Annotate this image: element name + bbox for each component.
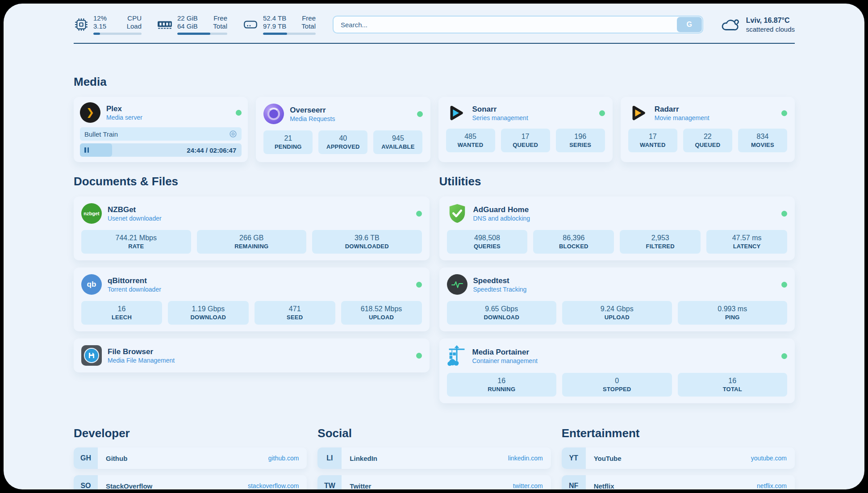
now-playing-title: Bullet Train — [84, 130, 118, 138]
card-nzbget[interactable]: nzbget NZBGet Usenet downloader 744.21 M… — [74, 196, 430, 260]
stat-tile: 21 PENDING — [263, 130, 313, 154]
card-portainer[interactable]: Media Portainer Container management 16 … — [439, 338, 795, 403]
app-desc: Usenet downloader — [108, 214, 162, 222]
bookmark-netflix[interactable]: NF Netflix netflix.com — [562, 475, 795, 489]
stat-value: 39.6 TB — [315, 234, 419, 242]
now-playing-row: Bullet Train — [80, 127, 242, 141]
dashboard-panel: 12% 3.15 CPU Load — [4, 4, 864, 489]
stat-tile: 86,396 BLOCKED — [533, 230, 614, 254]
card-adguard[interactable]: AdGuard Home DNS and adblocking 498,508 … — [439, 196, 795, 260]
stat-value: 16 — [450, 376, 554, 385]
app-name: Sonarr — [472, 104, 528, 114]
cpu-percent: 12% — [93, 14, 107, 22]
stat-value: 22 — [686, 132, 730, 141]
cpu-progress-track — [93, 33, 142, 35]
app-name: qBittorrent — [108, 276, 161, 285]
status-dot — [781, 282, 787, 288]
stat-label: DOWNLOADED — [315, 242, 419, 250]
stat-tile: 618.52 Mbps UPLOAD — [341, 301, 422, 325]
bookmark-url: netflix.com — [757, 482, 795, 489]
stat-tile: 40 APPROVED — [318, 130, 367, 154]
app-name: NZBGet — [108, 205, 162, 214]
stat-value: 485 — [449, 132, 492, 141]
radarr-icon — [628, 104, 649, 122]
stat-value: 21 — [266, 134, 310, 143]
app-desc: Media File Management — [108, 356, 175, 364]
stat-label: STOPPED — [565, 385, 669, 393]
section-title-media: Media — [74, 75, 795, 89]
card-filebrowser[interactable]: File Browser Media File Management — [74, 338, 430, 372]
card-radarr[interactable]: Radarr Movie management 17 WANTED 22 QUE… — [621, 97, 795, 162]
stat-tile: 485 WANTED — [446, 129, 495, 152]
cpu-stat: 12% 3.15 CPU Load — [74, 14, 142, 35]
bookmark-name: Twitter — [350, 482, 371, 490]
stat-label: PENDING — [266, 143, 310, 150]
bookmark-abbr: NF — [562, 475, 586, 489]
stat-value: 16 — [680, 376, 785, 385]
section-title-developer: Developer — [74, 426, 307, 440]
disk-total-value: 97.9 TB — [263, 22, 286, 30]
stat-value: 16 — [84, 305, 159, 313]
stat-value: 196 — [559, 132, 602, 141]
section-title-social: Social — [317, 426, 551, 440]
app-name: Plex — [106, 104, 142, 113]
stat-tile: 0.993 ms PING — [678, 301, 788, 325]
bookmark-abbr: GH — [74, 447, 98, 469]
bookmark-name: Github — [106, 455, 127, 462]
bookmark-stackoverflow[interactable]: SO StackOverflow stackoverflow.com — [74, 475, 307, 489]
stat-label: UPLOAD — [565, 313, 669, 321]
stat-label: MOVIES — [741, 141, 785, 149]
search-input[interactable] — [333, 16, 703, 33]
ram-progress-fill — [177, 33, 210, 35]
stat-value: 86,396 — [536, 234, 611, 242]
ram-total-value: 64 GiB — [177, 22, 198, 30]
bookmark-abbr: LI — [317, 447, 342, 469]
card-speedtest[interactable]: Speedtest Speedtest Tracking 9.65 Gbps D… — [439, 267, 795, 331]
stat-tile: 9.65 Gbps DOWNLOAD — [447, 301, 557, 325]
disk-label-1: Free — [301, 14, 316, 22]
stat-label: AVAILABLE — [376, 143, 420, 150]
filebrowser-icon — [81, 345, 102, 366]
stat-label: SEED — [257, 313, 333, 321]
stat-label: LATENCY — [709, 242, 785, 250]
stat-value: 2,953 — [622, 234, 698, 242]
stat-tile: 945 AVAILABLE — [373, 130, 422, 154]
card-plex[interactable]: ❯ Plex Media server Bullet Train 24:44 /… — [74, 97, 248, 162]
app-desc: Speedtest Tracking — [473, 285, 527, 293]
ram-stat: 22 GiB 64 GiB Free Total — [157, 14, 227, 35]
stat-tile: 1.19 Gbps DOWNLOAD — [168, 301, 249, 325]
bookmark-url: linkedin.com — [508, 455, 551, 462]
bookmark-youtube[interactable]: YT YouTube youtube.com — [562, 447, 795, 469]
bookmark-github[interactable]: GH Github github.com — [74, 447, 307, 469]
stat-label: SERIES — [559, 141, 602, 149]
nzbget-icon: nzbget — [81, 203, 102, 224]
bookmark-name: YouTube — [594, 455, 622, 462]
stat-value: 266 GB — [200, 234, 304, 242]
bookmark-url: stackoverflow.com — [248, 482, 307, 489]
bookmark-linkedin[interactable]: LI LinkedIn linkedin.com — [317, 447, 551, 469]
app-name: Speedtest — [473, 276, 527, 285]
bookmark-url: twitter.com — [513, 482, 551, 489]
stat-value: 471 — [257, 305, 333, 313]
status-dot — [416, 353, 422, 359]
card-qbittorrent[interactable]: qb qBittorrent Torrent downloader 16 LEE… — [74, 267, 430, 331]
stat-label: FILTERED — [622, 242, 698, 250]
card-sonarr[interactable]: Sonarr Series management 485 WANTED 17 Q… — [438, 97, 613, 162]
stat-tile: 17 QUEUED — [501, 129, 550, 152]
app-name: Radarr — [655, 104, 709, 114]
stat-tile: 9.24 Gbps UPLOAD — [562, 301, 672, 325]
stat-tile: 266 GB REMAINING — [197, 230, 307, 254]
card-overseerr[interactable]: Overseerr Media Requests 21 PENDING 40 A… — [256, 97, 430, 162]
stat-value: 945 — [376, 134, 420, 143]
weather-widget[interactable]: Lviv, 16.87°C scattered clouds — [720, 16, 795, 33]
cloud-icon — [720, 16, 741, 33]
app-desc: Media server — [106, 113, 142, 121]
stat-tile: 2,953 FILTERED — [620, 230, 701, 254]
plex-icon: ❯ — [80, 102, 100, 123]
stat-value: 40 — [321, 134, 365, 143]
stat-tile: 471 SEED — [255, 301, 335, 325]
stat-tile: 834 MOVIES — [738, 129, 787, 152]
search-engine-button[interactable]: G — [677, 17, 702, 32]
bookmark-twitter[interactable]: TW Twitter twitter.com — [317, 475, 551, 489]
app-name: Overseerr — [290, 105, 335, 115]
